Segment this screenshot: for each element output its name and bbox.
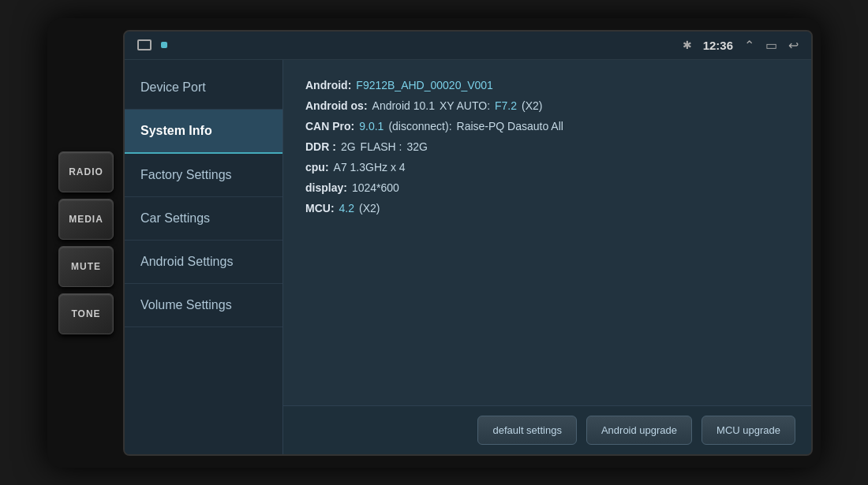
info-label: DDR : — [305, 140, 336, 153]
home-icon[interactable] — [137, 39, 152, 50]
physical-buttons: RADIOMEDIAMUTETONE — [58, 151, 114, 334]
info-content: Android:F9212B_AHD_00020_V001Android os:… — [283, 60, 811, 405]
window-icon[interactable]: ▭ — [765, 38, 777, 53]
info-value-part: FLASH : — [361, 140, 402, 153]
info-label: Android: — [305, 79, 351, 91]
bluetooth-icon: ✱ — [683, 39, 692, 51]
info-value: 1024*600 — [352, 181, 399, 194]
mcu-upgrade-button[interactable]: MCU upgrade — [702, 416, 795, 445]
info-row: DDR :2G FLASH : 32G — [305, 140, 789, 153]
media-button[interactable]: MEDIA — [58, 199, 114, 240]
info-value-part: Android 10.1 — [372, 99, 435, 112]
info-value-part: (disconnect): — [388, 120, 451, 132]
nav-item-volume-settings[interactable]: Volume Settings — [125, 284, 282, 327]
status-right: ✱ 12:36 ⌃ ▭ ↩ — [683, 38, 799, 53]
default-settings-button[interactable]: default settings — [477, 416, 576, 445]
head-unit: RADIOMEDIAMUTETONE ✱ 12:36 ⌃ ▭ ↩ Device … — [47, 18, 821, 468]
info-value-part: 2G — [341, 140, 356, 153]
nav-item-device-port[interactable]: Device Port — [125, 66, 282, 110]
info-value-part: 4.2 — [339, 202, 354, 215]
status-left — [137, 39, 167, 50]
bottom-buttons: default settings Android upgrade MCU upg… — [283, 405, 811, 454]
info-label: display: — [305, 181, 347, 194]
clock: 12:36 — [703, 39, 733, 52]
nav-item-car-settings[interactable]: Car Settings — [125, 197, 282, 241]
status-bar: ✱ 12:36 ⌃ ▭ ↩ — [125, 32, 811, 60]
info-panel: Android:F9212B_AHD_00020_V001Android os:… — [282, 60, 811, 454]
info-value-part: XY AUTO: — [440, 99, 490, 112]
radio-button[interactable]: RADIO — [58, 151, 114, 192]
nav-menu: Device PortSystem InfoFactory SettingsCa… — [125, 60, 282, 454]
mute-button[interactable]: MUTE — [58, 246, 114, 287]
info-label: cpu: — [305, 161, 329, 173]
info-value-part: 9.0.1 — [359, 120, 383, 132]
info-label: Android os: — [305, 99, 368, 112]
info-row: Android:F9212B_AHD_00020_V001 — [305, 79, 789, 91]
tone-button[interactable]: TONE — [58, 293, 114, 334]
main-content: Device PortSystem InfoFactory SettingsCa… — [125, 60, 811, 454]
info-value-part: F7.2 — [495, 99, 517, 112]
expand-icon[interactable]: ⌃ — [744, 38, 754, 53]
nav-item-android-settings[interactable]: Android Settings — [125, 241, 282, 284]
info-value-part: Raise-PQ Dasauto All — [457, 120, 563, 132]
back-icon[interactable]: ↩ — [788, 38, 799, 53]
info-row: MCU:4.2 (X2) — [305, 202, 789, 215]
info-label: MCU: — [305, 202, 335, 215]
android-upgrade-button[interactable]: Android upgrade — [586, 416, 692, 445]
info-row: CAN Pro:9.0.1 (disconnect): Raise-PQ Das… — [305, 120, 789, 132]
info-row: Android os:Android 10.1 XY AUTO: F7.2 (X… — [305, 99, 789, 112]
nav-item-system-info[interactable]: System Info — [125, 110, 282, 154]
nav-item-factory-settings[interactable]: Factory Settings — [125, 154, 282, 197]
status-dot — [161, 42, 167, 48]
info-row: display:1024*600 — [305, 181, 789, 194]
info-value: F9212B_AHD_00020_V001 — [356, 79, 493, 91]
info-value-part: 32G — [406, 140, 427, 153]
info-value-part: (X2) — [359, 202, 380, 215]
info-row: cpu:A7 1.3GHz x 4 — [305, 161, 789, 173]
info-value: A7 1.3GHz x 4 — [334, 161, 406, 173]
info-label: CAN Pro: — [305, 120, 354, 132]
screen: ✱ 12:36 ⌃ ▭ ↩ Device PortSystem InfoFact… — [123, 30, 813, 456]
info-value-part: (X2) — [522, 99, 542, 112]
